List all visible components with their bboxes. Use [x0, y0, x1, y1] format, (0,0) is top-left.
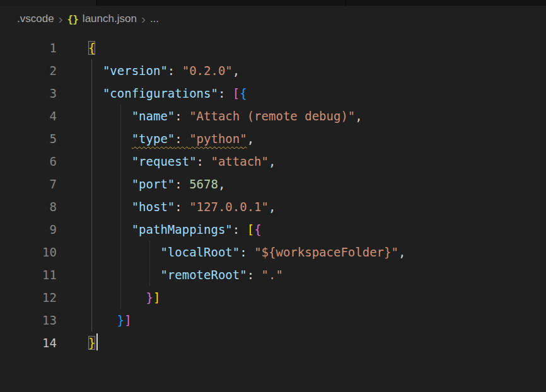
code-token: } — [146, 291, 153, 304]
line-number: 7 — [0, 173, 57, 195]
code-line[interactable]: 3 "configurations": [{ — [0, 82, 546, 105]
indent-guide — [120, 286, 121, 309]
code-token — [88, 154, 132, 168]
indent-guide — [91, 286, 92, 309]
code-token: "127.0.0.1" — [189, 200, 269, 214]
code-token: : — [175, 109, 189, 123]
code-content: "request": "attach", — [88, 150, 276, 173]
breadcrumb-ellipsis[interactable]: ... — [150, 13, 159, 25]
indent-guide — [91, 241, 92, 263]
code-token: , — [233, 64, 240, 78]
code-line[interactable]: 8 "host": "127.0.0.1", — [0, 195, 546, 218]
code-token: , — [247, 132, 254, 146]
indent-guide — [91, 309, 92, 331]
code-token: "python" — [189, 132, 247, 146]
matched-bracket: { — [88, 41, 95, 55]
indent-guide — [120, 218, 121, 241]
code-token — [88, 222, 132, 236]
code-token — [88, 86, 103, 100]
code-token: "localRoot" — [160, 245, 240, 259]
active-tab-sliver[interactable] — [0, 0, 96, 6]
code-token: , — [355, 109, 362, 123]
chevron-right-icon: › — [59, 12, 63, 25]
code-token: : — [168, 64, 182, 78]
code-line[interactable]: 13 }] — [0, 309, 546, 331]
code-token: "${workspaceFolder}" — [254, 245, 398, 259]
code-token: "remoteRoot" — [160, 268, 247, 282]
line-number: 6 — [0, 150, 57, 173]
code-token — [88, 313, 117, 327]
matched-bracket: } — [88, 336, 95, 350]
line-number: 1 — [0, 37, 57, 59]
code-content: "remoteRoot": "." — [88, 263, 283, 286]
code-token: : — [247, 268, 262, 282]
code-token: ] — [124, 313, 131, 327]
indent-guide — [91, 173, 92, 195]
indent-guide — [91, 263, 92, 286]
line-number: 8 — [0, 195, 57, 218]
code-content: "port": 5678, — [88, 173, 225, 195]
indent-guide — [149, 263, 150, 286]
code-token — [88, 132, 132, 146]
line-number: 9 — [0, 218, 57, 241]
tab-separator — [96, 0, 97, 6]
code-token: : — [197, 154, 211, 168]
line-number: 14 — [0, 331, 57, 354]
code-token: "name" — [132, 109, 175, 123]
breadcrumb-file[interactable]: launch.json — [83, 13, 137, 25]
code-line[interactable]: 1{ — [0, 37, 546, 59]
code-token: "request" — [132, 154, 197, 168]
indent-guide — [91, 59, 92, 82]
code-token: [ — [233, 86, 240, 100]
line-number: 11 — [0, 263, 57, 286]
code-token: [ — [247, 222, 254, 236]
code-line[interactable]: 5 "type": "python", — [0, 127, 546, 150]
code-token: "configurations" — [103, 86, 218, 100]
code-token: , — [398, 245, 405, 259]
code-content: "configurations": [{ — [88, 82, 247, 105]
indent-guide — [91, 82, 92, 105]
code-token: , — [218, 177, 225, 191]
indent-guide — [120, 150, 121, 173]
indent-guide — [91, 218, 92, 241]
code-token — [88, 109, 132, 123]
code-token: , — [269, 154, 276, 168]
line-number: 5 — [0, 127, 57, 150]
code-line[interactable]: 9 "pathMappings": [{ — [0, 218, 546, 241]
code-line[interactable]: 4 "name": "Attach (remote debug)", — [0, 105, 546, 127]
text-cursor — [96, 333, 98, 350]
indent-guide — [120, 173, 121, 195]
code-token — [88, 200, 132, 214]
chevron-right-icon: › — [141, 12, 146, 25]
code-line[interactable]: 12 }] — [0, 286, 546, 309]
code-token — [88, 291, 146, 304]
code-content: "type": "python", — [88, 127, 254, 150]
code-token: : — [218, 86, 233, 100]
breadcrumb-folder[interactable]: .vscode — [17, 13, 54, 25]
code-token: : — [240, 245, 254, 259]
indent-guide — [149, 241, 150, 263]
code-token — [88, 64, 103, 78]
code-content: }] — [88, 286, 160, 309]
code-line[interactable]: 7 "port": 5678, — [0, 173, 546, 195]
line-number: 3 — [0, 82, 57, 105]
code-line[interactable]: 14} — [0, 331, 546, 354]
code-line[interactable]: 2 "version": "0.2.0", — [0, 59, 546, 82]
code-line[interactable]: 11 "remoteRoot": "." — [0, 263, 546, 286]
indent-guide — [120, 263, 121, 286]
indent-guide — [120, 241, 121, 263]
code-line[interactable]: 10 "localRoot": "${workspaceFolder}", — [0, 241, 546, 263]
code-content: "name": "Attach (remote debug)", — [88, 105, 363, 127]
code-line[interactable]: 6 "request": "attach", — [0, 150, 546, 173]
line-number: 12 — [0, 286, 57, 309]
code-token: ] — [153, 291, 160, 304]
code-content: { — [88, 37, 95, 59]
code-token: "version" — [103, 64, 168, 78]
tab-separator — [346, 0, 346, 6]
editor-lines: 1{2 "version": "0.2.0",3 "configurations… — [0, 37, 546, 354]
code-token: 5678 — [189, 177, 218, 191]
code-token: "pathMappings" — [132, 222, 233, 236]
code-token: "type" — [132, 132, 175, 146]
code-token: "host" — [132, 200, 175, 214]
line-number: 2 — [0, 59, 57, 82]
